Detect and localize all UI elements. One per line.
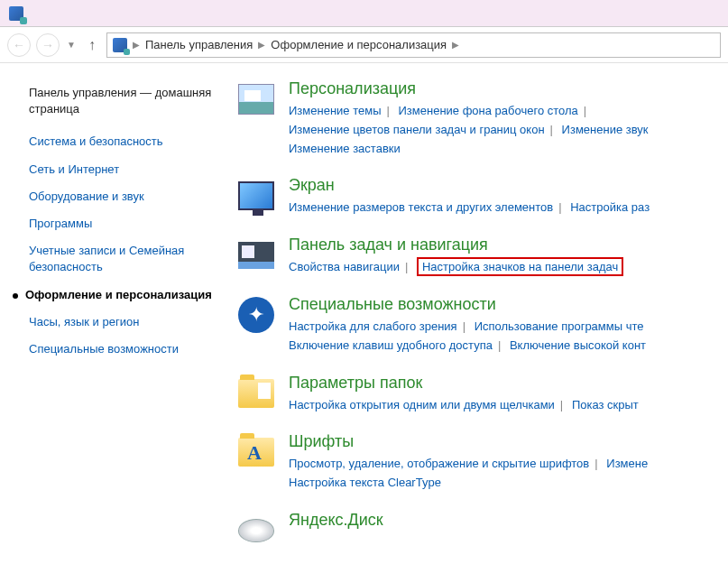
link[interactable]: Использование программы чте [475, 319, 644, 333]
chevron-right-icon[interactable]: ▶ [133, 40, 140, 50]
link[interactable]: Изменение звук [562, 123, 649, 136]
link[interactable]: Просмотр, удаление, отображение и скрыти… [289, 457, 589, 470]
link[interactable]: Свойства навигации [289, 260, 400, 273]
category-title[interactable]: Шрифты [289, 432, 728, 451]
category-title[interactable]: Экран [289, 176, 728, 195]
address-bar[interactable]: ▶ Панель управления ▶ Оформление и персо… [106, 32, 721, 58]
category-yandex-disk: Яндекс.Диск [236, 511, 728, 550]
display-icon [236, 176, 276, 216]
breadcrumb-segment[interactable]: Панель управления [145, 38, 253, 51]
category-title[interactable]: Персонализация [289, 79, 728, 98]
link[interactable]: Настройка для слабого зрения [289, 319, 457, 333]
category-links: Свойства навигации| Настройка значков на… [289, 258, 728, 277]
sidebar-current-item: Оформление и персонализация [13, 287, 215, 303]
link[interactable]: Изменение размеров текста и других элеме… [289, 200, 553, 214]
sidebar-home-link[interactable]: Панель управления — домашняя страница [29, 85, 215, 117]
category-title[interactable]: Яндекс.Диск [289, 511, 728, 530]
folder-options-icon [236, 374, 276, 413]
link[interactable]: Настройка открытия одним или двумя щелчк… [289, 398, 555, 411]
category-folder-options: Параметры папок Настройка открытия одним… [236, 374, 728, 415]
main-panel: Персонализация Изменение темы| Изменение… [226, 63, 728, 564]
link[interactable]: Изменение цветов панели задач и границ о… [289, 123, 545, 136]
category-taskbar: Панель задач и навигация Свойства навига… [236, 236, 728, 277]
nav-history-dropdown[interactable]: ▼ [67, 40, 76, 50]
link[interactable]: Включение клавиш удобного доступа [289, 338, 493, 352]
link[interactable]: Изменение темы [289, 104, 381, 117]
fonts-icon [236, 432, 276, 472]
taskbar-icon [236, 236, 276, 275]
sidebar-item[interactable]: Сеть и Интернет [29, 162, 215, 178]
link-highlighted[interactable]: Настройка значков на панели задач [417, 257, 623, 276]
sidebar-item[interactable]: Специальные возможности [29, 341, 215, 357]
link[interactable]: Изменение фона рабочего стола [399, 104, 578, 117]
up-button[interactable]: ↑ [83, 37, 101, 53]
category-title[interactable]: Панель задач и навигация [289, 236, 728, 254]
sidebar-item[interactable]: Учетные записи и Семейная безопасность [29, 243, 215, 275]
sidebar-item[interactable]: Система и безопасность [29, 134, 215, 150]
content: Панель управления — домашняя страница Си… [0, 63, 728, 564]
link[interactable]: Измене [606, 457, 648, 470]
titlebar [0, 0, 728, 27]
control-panel-icon [113, 38, 127, 52]
link[interactable]: Изменение заставки [289, 142, 401, 155]
link[interactable]: Показ скрыт [572, 398, 639, 411]
category-links: Изменение темы| Изменение фона рабочего … [289, 102, 728, 158]
yandex-disk-icon [236, 511, 276, 550]
chevron-right-icon[interactable]: ▶ [258, 40, 265, 50]
sidebar: Панель управления — домашняя страница Си… [0, 63, 226, 564]
category-display: Экран Изменение размеров текста и других… [236, 176, 728, 217]
personalization-icon [236, 79, 276, 119]
sidebar-item[interactable]: Часы, язык и регион [29, 314, 215, 330]
category-links: Изменение размеров текста и других элеме… [289, 199, 728, 217]
sidebar-current-label: Оформление и персонализация [25, 287, 212, 303]
sidebar-item[interactable]: Оборудование и звук [29, 189, 215, 205]
link[interactable]: Настройка текста ClearType [289, 476, 441, 489]
forward-button[interactable]: → [36, 33, 60, 57]
navbar: ← → ▼ ↑ ▶ Панель управления ▶ Оформление… [0, 27, 728, 63]
chevron-right-icon[interactable]: ▶ [452, 40, 459, 50]
sidebar-item[interactable]: Программы [29, 216, 215, 232]
control-panel-icon [9, 6, 23, 21]
category-title[interactable]: Специальные возможности [289, 295, 728, 314]
link[interactable]: Настройка раз [570, 200, 650, 214]
link[interactable]: Включение высокой конт [510, 338, 646, 352]
category-personalization: Персонализация Изменение темы| Изменение… [236, 79, 728, 158]
bullet-icon [13, 293, 18, 299]
category-ease-of-access: ✦ Специальные возможности Настройка для … [236, 295, 728, 356]
category-title[interactable]: Параметры папок [289, 374, 728, 393]
category-links: Просмотр, удаление, отображение и скрыти… [289, 455, 728, 493]
category-fonts: Шрифты Просмотр, удаление, отображение и… [236, 432, 728, 493]
back-button[interactable]: ← [7, 33, 31, 57]
breadcrumb-segment[interactable]: Оформление и персонализация [271, 38, 447, 51]
ease-of-access-icon: ✦ [236, 295, 276, 335]
category-links: Настройка открытия одним или двумя щелчк… [289, 396, 728, 415]
category-links: Настройка для слабого зрения| Использова… [289, 318, 728, 356]
